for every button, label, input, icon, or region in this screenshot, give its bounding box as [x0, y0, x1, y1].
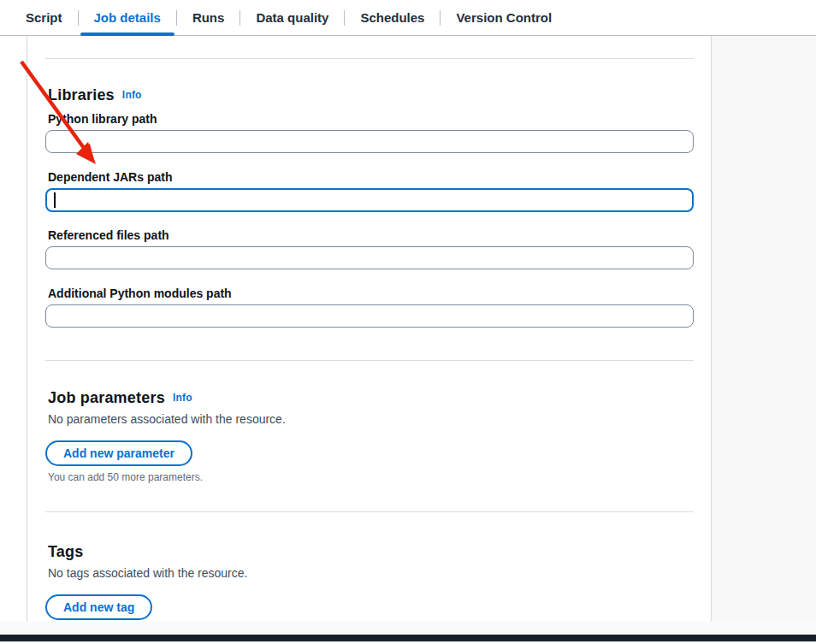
- additional-python-modules-path-label: Additional Python modules path: [48, 287, 232, 300]
- referenced-files-path-input[interactable]: [45, 246, 694, 269]
- right-background-panel: [712, 36, 816, 622]
- section-divider: [45, 360, 694, 361]
- tab-job-details[interactable]: Job details: [79, 0, 176, 35]
- section-divider: [45, 58, 694, 59]
- job-parameters-heading-label: Job parameters: [48, 389, 165, 406]
- python-library-path-input[interactable]: [45, 130, 694, 153]
- job-parameters-heading: Job parametersInfo: [48, 389, 192, 407]
- libraries-heading-label: Libraries: [48, 86, 115, 103]
- tab-bar: Script Job details Runs Data quality Sch…: [0, 0, 816, 36]
- additional-python-modules-path-input[interactable]: [45, 304, 694, 328]
- add-new-parameter-button[interactable]: Add new parameter: [45, 440, 192, 466]
- tab-version-control[interactable]: Version Control: [441, 0, 567, 35]
- job-parameters-empty-text: No parameters associated with the resour…: [48, 412, 286, 426]
- libraries-info-link[interactable]: Info: [122, 89, 142, 101]
- text-cursor: [54, 192, 56, 208]
- add-new-tag-button[interactable]: Add new tag: [45, 594, 152, 620]
- tags-heading-label: Tags: [48, 543, 83, 560]
- tab-schedules[interactable]: Schedules: [345, 0, 440, 35]
- python-library-path-label: Python library path: [48, 112, 157, 126]
- dependent-jars-path-input[interactable]: [45, 188, 694, 212]
- dependent-jars-path-label: Dependent JARs path: [48, 170, 172, 184]
- libraries-heading: LibrariesInfo: [48, 86, 142, 104]
- tags-empty-text: No tags associated with the resource.: [48, 566, 247, 580]
- job-details-page: Script Job details Runs Data quality Sch…: [0, 0, 816, 644]
- bottom-window-bar: [0, 635, 816, 641]
- tags-heading: Tags: [48, 543, 83, 561]
- job-parameters-hint-text: You can add 50 more parameters.: [48, 471, 203, 483]
- section-divider: [45, 511, 694, 512]
- referenced-files-path-label: Referenced files path: [48, 228, 169, 242]
- tab-runs[interactable]: Runs: [177, 0, 240, 35]
- bottom-background-strip: [0, 622, 816, 635]
- job-parameters-info-link[interactable]: Info: [173, 392, 192, 404]
- job-details-content-panel: LibrariesInfo Python library path Depend…: [27, 36, 712, 622]
- tab-data-quality[interactable]: Data quality: [240, 0, 344, 35]
- tab-script[interactable]: Script: [10, 0, 78, 35]
